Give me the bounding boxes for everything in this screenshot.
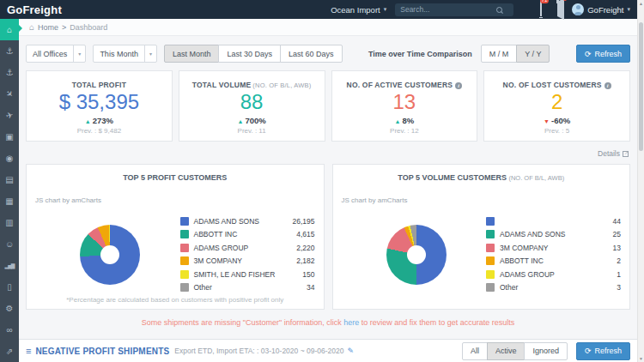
chevron-down-icon: ▾	[73, 45, 85, 62]
scroll-up-icon[interactable]: ▲	[638, 1, 644, 6]
details-link[interactable]: Details	[598, 149, 629, 158]
sidebar-item-ocean-export[interactable]: ⚓	[0, 62, 19, 83]
kpi-change: ▲700%	[179, 116, 325, 125]
legend-swatch	[180, 230, 189, 238]
volume-chart-legend: 44ADAMS AND SONS253M COMPANY13ABBOTT INC…	[486, 214, 621, 294]
sidebar-item-contacts[interactable]: ☺	[0, 233, 19, 255]
settings-icon: ⚙	[6, 304, 14, 313]
bottom-refresh-button[interactable]: ⟳ Refresh	[576, 342, 630, 360]
profit-chart-legend: ADAMS AND SONS26,195ABBOTT INC4,615ADAMS…	[180, 214, 315, 294]
top-navbar: GoFreight Ocean Import ▾ 71 GoFreight ▾	[0, 0, 644, 19]
notifications-button[interactable]: 71	[540, 2, 542, 17]
sidebar-item-air-import[interactable]: ✈	[0, 83, 19, 105]
legend-value: 3	[617, 283, 621, 292]
last-month-button[interactable]: Last Month	[164, 45, 220, 63]
amcharts-credit-link[interactable]: JS chart by amCharts	[35, 196, 101, 204]
chart-title: TOP 5 PROFIT CUSTOMERS	[27, 173, 324, 182]
sidebar-item-documents[interactable]: ▯	[0, 276, 19, 298]
period-select[interactable]: This Month ▾	[93, 45, 157, 63]
filter-all-button[interactable]: All	[462, 342, 488, 360]
user-menu[interactable]: GoFreight ▾	[572, 3, 630, 15]
legend-value: 13	[613, 244, 621, 252]
bottom-bar-actions: All Active Ignored ⟳ Refresh	[462, 342, 630, 360]
filter-ignored-button[interactable]: Ignored	[524, 342, 568, 360]
refresh-button-label: Refresh	[594, 50, 622, 58]
vertical-scrollbar[interactable]: ▲ ▼	[637, 0, 644, 362]
module-selector[interactable]: Ocean Import ▾	[331, 5, 386, 15]
sidebar-item-home[interactable]: ⌂	[0, 19, 19, 40]
refresh-icon: ⟳	[585, 50, 592, 58]
air-export-icon: ✈	[5, 110, 15, 121]
legend-label: ADAMS GROUP	[194, 244, 297, 252]
sidebar-item-sales[interactable]: ▥	[0, 212, 19, 233]
last-30-days-button[interactable]: Last 30 Days	[218, 45, 281, 63]
office-select[interactable]: All Offices ▾	[26, 45, 86, 63]
legend-item[interactable]: ABBOTT INC4,615	[180, 228, 315, 242]
home-icon[interactable]: ⌂	[29, 22, 34, 32]
chart-body: ADAMS AND SONS26,195ABBOTT INC4,615ADAMS…	[27, 214, 324, 294]
legend-item[interactable]: 3M COMPANY13	[486, 241, 621, 255]
filter-active-button[interactable]: Active	[487, 342, 526, 360]
ocean-import-icon: ⚓	[6, 46, 14, 56]
profit-donut-chart[interactable]	[80, 225, 140, 285]
legend-item[interactable]: 3M COMPANY2,182	[180, 255, 315, 268]
sidebar-item-reports[interactable]: ▂▅▇	[0, 255, 19, 276]
legend-swatch	[486, 270, 495, 279]
sidebar-item-accounting[interactable]: ▦	[0, 190, 19, 212]
kpi-card-total-volume: TOTAL VOLUME(NO. OF B/L, AWB) 88 ▲700% P…	[179, 70, 325, 142]
kpi-previous-value: Prev. : 5	[484, 127, 629, 135]
refresh-button[interactable]: ⟳ Refresh	[576, 45, 630, 63]
scrollbar-thumb[interactable]	[639, 22, 643, 151]
announcements-button[interactable]	[557, 2, 564, 17]
kpi-change: ▲273%	[27, 116, 172, 125]
breadcrumb-home[interactable]: Home	[38, 23, 58, 32]
sidebar-item-ocean-import[interactable]: ⚓	[0, 40, 19, 62]
legend-item[interactable]: Other3	[486, 281, 621, 295]
chart-body: 44ADAMS AND SONS253M COMPANY13ABBOTT INC…	[333, 214, 630, 294]
legend-item[interactable]: SMITH, LE AND FISHER150	[180, 268, 315, 281]
sidebar-item-logout[interactable]: ⇗	[0, 341, 19, 362]
legend-label: 3M COMPANY	[500, 244, 613, 252]
info-icon[interactable]: i	[455, 82, 462, 89]
trend-up-icon: ▲	[238, 118, 244, 124]
sidebar-item-integrations[interactable]: ∞	[0, 319, 19, 341]
sidebar-item-warehouse[interactable]: ▤	[0, 169, 19, 190]
sidebar-item-trucking[interactable]: ▣	[0, 126, 19, 148]
sidebar-item-settings[interactable]: ⚙	[0, 298, 19, 319]
legend-label: ABBOTT INC	[500, 256, 617, 265]
edit-pencil-icon[interactable]: ✎	[347, 347, 354, 355]
legend-item[interactable]: Other34	[180, 281, 315, 295]
info-icon[interactable]: i	[605, 82, 611, 89]
scroll-down-icon[interactable]: ▼	[638, 356, 644, 361]
user-name: GoFreight	[587, 5, 623, 15]
legend-swatch	[180, 244, 189, 252]
kpi-value: $ 35,395	[27, 90, 172, 114]
kpi-title: NO. OF LOST CUSTOMERSi	[484, 81, 629, 89]
yy-button[interactable]: Y / Y	[516, 45, 550, 63]
global-search[interactable]	[395, 3, 513, 16]
kpi-card-active-customers: NO. OF ACTIVE CUSTOMERSi 13 ▲8% Prev. : …	[331, 70, 478, 142]
legend-value: 150	[302, 270, 314, 279]
sidebar-item-misc-services[interactable]: ◉	[0, 148, 19, 169]
breadcrumb-separator: >	[62, 23, 66, 32]
amcharts-credit-link[interactable]: JS chart by amCharts	[342, 196, 408, 204]
app-logo[interactable]: GoFreight	[7, 3, 62, 16]
legend-item[interactable]: ADAMS AND SONS25	[486, 228, 621, 242]
legend-label: 3M COMPANY	[194, 256, 297, 265]
sidebar-item-air-export[interactable]: ✈	[0, 105, 19, 126]
megaphone-icon	[557, 0, 564, 20]
fix-shipments-link[interactable]: here	[343, 318, 359, 327]
legend-item[interactable]: ABBOTT INC2	[486, 255, 621, 268]
period-select-value: This Month	[94, 50, 144, 58]
legend-item[interactable]: 44	[486, 214, 621, 228]
legend-item[interactable]: ADAMS GROUP1	[486, 268, 621, 281]
volume-donut-chart[interactable]	[386, 225, 447, 285]
search-icon[interactable]	[496, 7, 502, 13]
legend-item[interactable]: ADAMS AND SONS26,195	[180, 214, 315, 228]
chevron-down-icon: ▾	[144, 45, 156, 62]
mm-button[interactable]: M / M	[481, 45, 518, 63]
legend-swatch	[180, 217, 189, 226]
legend-item[interactable]: ADAMS GROUP2,220	[180, 241, 315, 255]
search-input[interactable]	[400, 5, 496, 14]
last-60-days-button[interactable]: Last 60 Days	[280, 45, 343, 63]
